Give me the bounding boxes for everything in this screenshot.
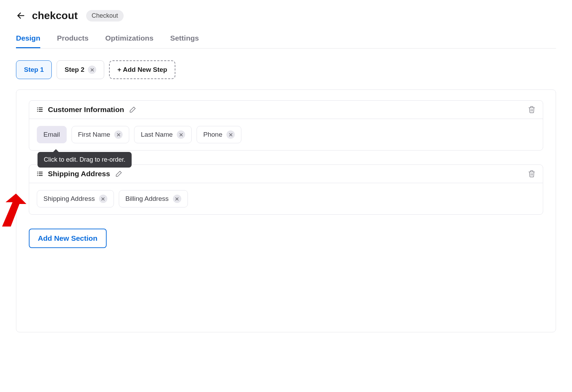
tab-optimizations[interactable]: Optimizations	[105, 34, 154, 48]
remove-field-icon[interactable]	[173, 195, 181, 203]
add-step-button[interactable]: + Add New Step	[109, 60, 175, 79]
step-label: Step 2	[65, 66, 84, 74]
svg-point-17	[37, 173, 38, 174]
svg-point-19	[37, 175, 38, 176]
section-shipping-address: Shipping Address Shipping Address	[29, 164, 543, 215]
drag-handle-icon[interactable]	[36, 170, 43, 177]
field-label: Billing Address	[125, 195, 169, 203]
page-type-badge: Checkout	[86, 10, 124, 22]
field-label: Email	[43, 131, 60, 138]
step-pill-2[interactable]: Step 2	[57, 60, 104, 79]
edit-icon[interactable]	[115, 170, 123, 178]
svg-point-5	[37, 109, 38, 110]
section-header: Customer Information	[29, 101, 543, 119]
page-title: chekcout	[32, 10, 78, 22]
tab-design[interactable]: Design	[16, 34, 40, 48]
field-label: Shipping Address	[43, 195, 95, 203]
field-chip-billing-address[interactable]: Billing Address	[119, 190, 188, 207]
section-customer-information: Customer Information Email	[29, 100, 543, 151]
delete-section-icon[interactable]	[528, 170, 536, 178]
tab-settings[interactable]: Settings	[170, 34, 199, 48]
field-tooltip: Click to edit. Drag to re-order.	[38, 152, 132, 168]
add-step-label: + Add New Step	[117, 66, 167, 74]
svg-point-3	[37, 108, 38, 108]
field-chip-phone[interactable]: Phone	[197, 126, 241, 143]
section-body: Shipping Address Billing Address	[29, 183, 543, 214]
edit-icon[interactable]	[129, 106, 136, 113]
field-label: Phone	[203, 131, 222, 138]
step-label: Step 1	[24, 66, 44, 74]
field-chip-first-name[interactable]: First Name	[72, 126, 130, 143]
delete-section-icon[interactable]	[528, 105, 536, 114]
tab-bar: Design Products Optimizations Settings	[16, 34, 556, 49]
field-chip-email[interactable]: Email	[37, 126, 67, 143]
tooltip-text: Click to edit. Drag to re-order.	[44, 156, 125, 163]
field-label: First Name	[78, 131, 110, 138]
back-arrow-icon[interactable]	[16, 11, 26, 20]
field-chip-shipping-address[interactable]: Shipping Address	[37, 190, 114, 207]
remove-step-icon[interactable]	[88, 66, 96, 74]
drag-handle-icon[interactable]	[36, 106, 43, 113]
field-chip-last-name[interactable]: Last Name	[134, 126, 192, 143]
design-canvas: Customer Information Email	[16, 90, 556, 332]
section-title: Customer Information	[48, 105, 124, 114]
step-pill-1[interactable]: Step 1	[16, 60, 52, 79]
section-body: Email First Name Last Name	[29, 119, 543, 150]
tab-products[interactable]: Products	[57, 34, 89, 48]
remove-field-icon[interactable]	[99, 195, 107, 203]
remove-field-icon[interactable]	[177, 130, 185, 139]
remove-field-icon[interactable]	[114, 130, 123, 139]
steps-row: Step 1 Step 2 + Add New Step	[16, 60, 556, 79]
remove-field-icon[interactable]	[226, 130, 235, 139]
section-title: Shipping Address	[48, 170, 110, 178]
svg-point-7	[37, 111, 38, 112]
svg-point-15	[37, 172, 38, 172]
page-header: chekcout Checkout	[16, 10, 556, 22]
field-label: Last Name	[141, 131, 173, 138]
add-section-button[interactable]: Add New Section	[29, 229, 107, 248]
